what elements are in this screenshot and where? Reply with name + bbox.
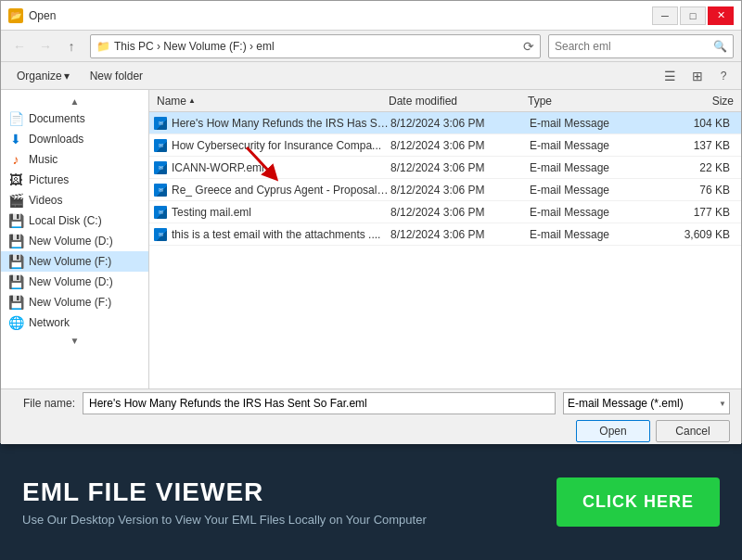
sidebar-item-local-disk[interactable]: 💾 Local Disk (C:) xyxy=(1,210,148,231)
close-button[interactable]: ✕ xyxy=(708,6,734,25)
file-icon-5: ✉ xyxy=(153,227,168,242)
file-rows-container: ✉ Here's How Many Refunds the IRS Has Se… xyxy=(149,112,741,246)
table-row[interactable]: ✉ ICANN-WORP.eml 8/12/2024 3:06 PM E-mai… xyxy=(149,157,741,179)
volume-f-selected-icon: 💾 xyxy=(8,254,23,269)
cancel-button[interactable]: Cancel xyxy=(656,420,730,442)
dialog-title: Open xyxy=(29,9,652,22)
file-icon-0: ✉ xyxy=(153,116,168,131)
filetype-select[interactable]: E-mail Message (*.eml) xyxy=(563,392,730,414)
title-bar-controls: ─ □ ✕ xyxy=(652,6,734,25)
file-size-4: 177 KB xyxy=(641,206,737,219)
sidebar-scroll-up[interactable]: ▲ xyxy=(1,94,148,108)
col-header-type[interactable]: Type xyxy=(524,95,635,108)
view-list-button[interactable]: ☰ xyxy=(658,66,682,86)
open-dialog: 📂 Open ─ □ ✕ ← → ↑ 📁 This PC › New Volum… xyxy=(0,0,742,443)
main-area: ▲ 📄 Documents ⬇ Downloads ♪ Music 🖼 Pict… xyxy=(1,90,741,388)
file-list: Name ▲ Date modified Type Size ✉ Here's … xyxy=(149,90,741,388)
file-size-1: 137 KB xyxy=(641,139,737,152)
file-name-5: this is a test email with the attachment… xyxy=(172,228,390,241)
organize-toolbar: Organize ▾ New folder ☰ ⊞ ? xyxy=(1,62,741,90)
file-date-3: 8/12/2024 3:06 PM xyxy=(390,184,530,197)
file-type-4: E-mail Message xyxy=(530,206,641,219)
file-icon-1: ✉ xyxy=(153,138,168,153)
search-icon[interactable]: 🔍 xyxy=(713,40,727,53)
toolbar2-right: ☰ ⊞ ? xyxy=(658,66,734,86)
file-size-0: 104 KB xyxy=(641,117,737,130)
sidebar-item-pictures[interactable]: 🖼 Pictures xyxy=(1,170,148,190)
file-type-0: E-mail Message xyxy=(530,117,641,130)
table-row[interactable]: ✉ Re_ Greece and Cyprus Agent - Proposal… xyxy=(149,179,741,201)
address-bar[interactable]: 📁 This PC › New Volume (F:) › eml ⟳ xyxy=(90,34,541,58)
sidebar-item-new-volume-f-selected[interactable]: 💾 New Volume (F:) xyxy=(1,251,148,272)
sidebar-item-videos[interactable]: 🎬 Videos xyxy=(1,190,148,210)
up-button[interactable]: ↑ xyxy=(60,35,83,57)
action-row: Open Cancel xyxy=(12,420,730,442)
file-type-3: E-mail Message xyxy=(530,184,641,197)
search-box[interactable]: 🔍 xyxy=(548,34,734,58)
refresh-icon[interactable]: ⟳ xyxy=(523,39,534,54)
file-date-4: 8/12/2024 3:06 PM xyxy=(390,206,530,219)
file-name-2: ICANN-WORP.eml xyxy=(172,161,390,174)
filename-label: File name: xyxy=(12,397,75,410)
view-details-button[interactable]: ⊞ xyxy=(685,66,710,86)
dialog-icon: 📂 xyxy=(8,8,23,23)
file-size-3: 76 KB xyxy=(641,184,737,197)
file-date-2: 8/12/2024 3:06 PM xyxy=(390,161,530,174)
search-input[interactable] xyxy=(555,40,713,53)
table-row[interactable]: ✉ this is a test email with the attachme… xyxy=(149,223,741,246)
address-path: This PC › New Volume (F:) › eml xyxy=(114,40,523,53)
sidebar-item-documents[interactable]: 📄 Documents xyxy=(1,108,148,129)
file-list-header: Name ▲ Date modified Type Size xyxy=(149,90,741,112)
sort-icon: ▲ xyxy=(188,96,196,105)
table-row[interactable]: ✉ Here's How Many Refunds the IRS Has Se… xyxy=(149,112,741,134)
filetype-wrapper: E-mail Message (*.eml) xyxy=(563,392,730,414)
col-header-name[interactable]: Name ▲ xyxy=(153,95,385,108)
sidebar-scroll-down[interactable]: ▼ xyxy=(1,333,148,348)
file-icon-2: ✉ xyxy=(153,160,168,175)
table-row[interactable]: ✉ How Cybersecurity for Insurance Compa.… xyxy=(149,134,741,157)
address-toolbar: ← → ↑ 📁 This PC › New Volume (F:) › eml … xyxy=(1,31,741,62)
file-type-1: E-mail Message xyxy=(530,139,641,152)
file-icon-4: ✉ xyxy=(153,205,168,220)
back-button[interactable]: ← xyxy=(8,35,31,57)
downloads-icon: ⬇ xyxy=(8,132,23,146)
file-name-3: Re_ Greece and Cyprus Agent - Proposal_.… xyxy=(172,184,390,197)
documents-icon: 📄 xyxy=(8,111,23,126)
bottom-area: File name: E-mail Message (*.eml) Open C… xyxy=(1,388,741,444)
pictures-icon: 🖼 xyxy=(8,172,23,187)
file-name-4: Testing mail.eml xyxy=(172,206,390,219)
sidebar-item-new-volume-f2[interactable]: 💾 New Volume (F:) xyxy=(1,292,148,312)
file-date-1: 8/12/2024 3:06 PM xyxy=(390,139,530,152)
title-bar: 📂 Open ─ □ ✕ xyxy=(1,1,741,31)
videos-icon: 🎬 xyxy=(8,193,23,208)
local-disk-icon: 💾 xyxy=(8,213,23,228)
folder-icon: 📁 xyxy=(96,40,110,53)
banner-title: EML FILE VIEWER xyxy=(22,477,538,507)
banner-text: EML FILE VIEWER Use Our Desktop Version … xyxy=(22,477,538,527)
col-header-size[interactable]: Size xyxy=(635,95,737,108)
maximize-button[interactable]: □ xyxy=(680,6,706,25)
help-button[interactable]: ? xyxy=(713,66,734,86)
organize-button[interactable]: Organize ▾ xyxy=(8,66,78,86)
new-folder-button[interactable]: New folder xyxy=(82,66,151,86)
filename-input[interactable] xyxy=(83,392,556,414)
sidebar-item-music[interactable]: ♪ Music xyxy=(1,149,148,170)
click-here-button[interactable]: CLICK HERE xyxy=(556,477,720,527)
open-button[interactable]: Open xyxy=(576,420,650,442)
forward-button[interactable]: → xyxy=(34,35,57,57)
file-date-5: 8/12/2024 3:06 PM xyxy=(390,228,530,241)
sidebar: ▲ 📄 Documents ⬇ Downloads ♪ Music 🖼 Pict… xyxy=(1,90,149,388)
sidebar-item-downloads[interactable]: ⬇ Downloads xyxy=(1,129,148,149)
file-size-5: 3,609 KB xyxy=(641,228,737,241)
minimize-button[interactable]: ─ xyxy=(652,6,678,25)
volume-f2-icon: 💾 xyxy=(8,295,23,310)
chevron-down-icon: ▾ xyxy=(64,70,70,83)
sidebar-item-new-volume-d2[interactable]: 💾 New Volume (D:) xyxy=(1,272,148,292)
sidebar-item-new-volume-d1[interactable]: 💾 New Volume (D:) xyxy=(1,231,148,251)
col-header-date[interactable]: Date modified xyxy=(385,95,524,108)
table-row[interactable]: ✉ Testing mail.eml 8/12/2024 3:06 PM E-m… xyxy=(149,201,741,223)
file-name-1: How Cybersecurity for Insurance Compa... xyxy=(172,139,390,152)
sidebar-item-network[interactable]: 🌐 Network xyxy=(1,312,148,333)
file-date-0: 8/12/2024 3:06 PM xyxy=(390,117,530,130)
file-icon-3: ✉ xyxy=(153,183,168,197)
